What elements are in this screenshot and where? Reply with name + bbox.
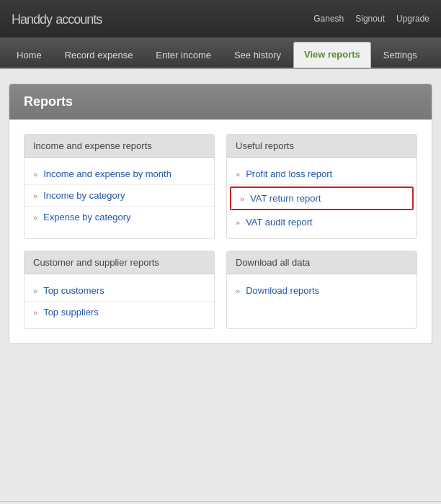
section-useful-reports: Useful reports » Profit and loss report … xyxy=(226,134,417,239)
tab-see-history[interactable]: See history xyxy=(223,42,292,68)
link-profit-loss[interactable]: Profit and loss report xyxy=(246,168,332,179)
report-item-income-expense-month[interactable]: » Income and expense by month xyxy=(24,163,214,185)
link-top-customers[interactable]: Top customers xyxy=(43,285,104,296)
link-income-expense-month[interactable]: Income and expense by month xyxy=(43,168,172,179)
section-income-expense: Income and expense reports » Income and … xyxy=(24,134,215,239)
section-useful-reports-header: Useful reports xyxy=(227,135,416,158)
link-download-reports[interactable]: Download reports xyxy=(246,285,319,296)
section-download-all: Download all data » Download reports xyxy=(226,251,417,329)
report-item-income-by-category[interactable]: » Income by category xyxy=(24,185,214,207)
tab-home[interactable]: Home xyxy=(6,42,53,68)
section-download-all-header: Download all data xyxy=(227,251,416,274)
signout-link[interactable]: Signout xyxy=(355,14,385,24)
tab-view-reports[interactable]: View reports xyxy=(293,42,371,68)
section-customer-supplier-header: Customer and supplier reports xyxy=(24,251,214,274)
link-expense-by-category[interactable]: Expense by category xyxy=(43,212,130,222)
logo: Handdy accounts xyxy=(12,9,102,28)
report-item-vat-audit[interactable]: » VAT audit report xyxy=(227,212,416,233)
chevron-icon: » xyxy=(33,192,37,200)
report-item-expense-by-category[interactable]: » Expense by category xyxy=(24,207,214,228)
chevron-icon: » xyxy=(33,308,37,317)
section-income-expense-items: » Income and expense by month » Income b… xyxy=(24,158,214,233)
report-item-vat-return[interactable]: » VAT return report xyxy=(230,186,414,210)
main-content: Reports Income and expense reports » Inc… xyxy=(0,69,441,501)
chevron-icon: » xyxy=(33,287,37,295)
report-item-profit-loss[interactable]: » Profit and loss report xyxy=(227,163,416,185)
section-customer-supplier-items: » Top customers » Top suppliers xyxy=(24,274,214,328)
report-item-download-reports[interactable]: » Download reports xyxy=(227,280,416,301)
link-top-suppliers[interactable]: Top suppliers xyxy=(43,307,99,318)
report-item-top-suppliers[interactable]: » Top suppliers xyxy=(24,302,214,323)
section-customer-supplier: Customer and supplier reports » Top cust… xyxy=(24,251,215,329)
upgrade-link[interactable]: Upgrade xyxy=(396,14,429,24)
chevron-icon: » xyxy=(236,218,240,227)
logo-app: accounts xyxy=(55,12,102,27)
chevron-icon: » xyxy=(33,213,37,222)
reports-body: Income and expense reports » Income and … xyxy=(9,120,432,343)
user-link[interactable]: Ganesh xyxy=(313,14,344,24)
tab-record-expense[interactable]: Record expense xyxy=(54,42,144,68)
chevron-icon: » xyxy=(240,194,244,203)
footer: Copyright © 2013. All rights reserved xyxy=(0,501,441,504)
reports-title: Reports xyxy=(9,84,432,120)
nav-bar: Home Record expense Enter income See his… xyxy=(0,37,441,69)
link-vat-audit[interactable]: VAT audit report xyxy=(246,217,313,228)
chevron-icon: » xyxy=(33,170,37,179)
reports-panel: Reports Income and expense reports » Inc… xyxy=(9,84,432,344)
section-useful-reports-items: » Profit and loss report » VAT return re… xyxy=(227,158,416,238)
chevron-icon: » xyxy=(236,287,240,295)
top-bar: Handdy accounts Ganesh Signout Upgrade xyxy=(0,0,441,37)
tab-settings[interactable]: Settings xyxy=(373,42,428,68)
top-links: Ganesh Signout Upgrade xyxy=(313,14,429,24)
link-income-by-category[interactable]: Income by category xyxy=(43,190,125,201)
logo-brand: Handdy xyxy=(12,12,52,27)
section-download-all-items: » Download reports xyxy=(227,274,416,307)
chevron-icon: » xyxy=(236,170,240,179)
tab-enter-income[interactable]: Enter income xyxy=(145,42,222,68)
section-income-expense-header: Income and expense reports xyxy=(24,135,214,158)
link-vat-return[interactable]: VAT return report xyxy=(250,193,321,204)
report-item-top-customers[interactable]: » Top customers xyxy=(24,280,214,302)
